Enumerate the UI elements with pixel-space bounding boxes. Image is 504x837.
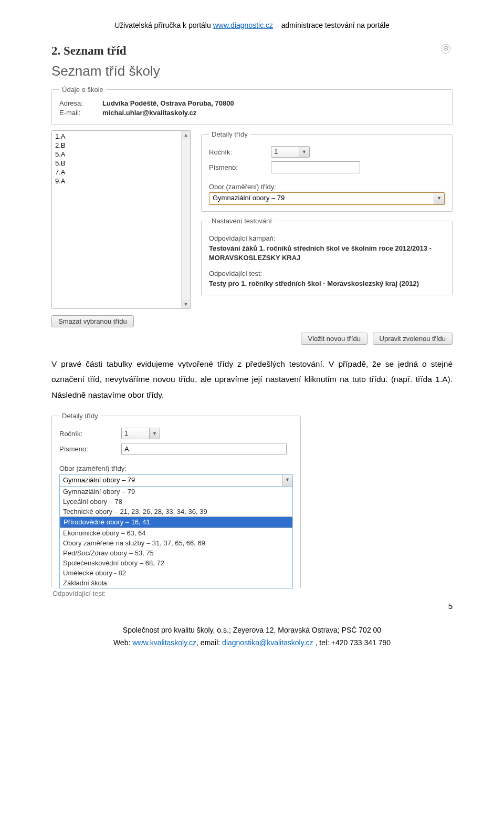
email-value: michal.uhlar@kvalitaskoly.cz bbox=[102, 109, 196, 117]
branch-select-value-2: Gymnaziální obory – 79 bbox=[63, 476, 135, 484]
letter-label: Písmeno: bbox=[209, 163, 271, 171]
class-listbox[interactable]: 1.A 2.B 5.A 5.B 7.A 9.A ▲ ▼ bbox=[51, 130, 191, 309]
chevron-down-icon: ▼ bbox=[434, 193, 444, 204]
header-suffix: – administrace testování na portále bbox=[273, 21, 390, 29]
collapse-icon[interactable]: ⊝ bbox=[441, 44, 450, 54]
grade-select-value: 1 bbox=[274, 148, 278, 156]
list-item[interactable]: 5.A bbox=[54, 150, 181, 159]
screenshot-class-list: Seznam tříd školy ⊝ Údaje o škole Adresa… bbox=[51, 63, 453, 345]
branch-select[interactable]: Gymnaziální obory – 79 ▼ bbox=[209, 192, 445, 205]
dropdown-option[interactable]: Ped/Soc/Zdrav obory – 53, 75 bbox=[60, 548, 292, 558]
list-item[interactable]: 9.A bbox=[54, 177, 181, 185]
footer-web-link[interactable]: www.kvalitaskoly.cz bbox=[132, 638, 196, 647]
dropdown-option[interactable]: Technické obory – 21, 23, 26, 28, 33, 34… bbox=[60, 507, 292, 516]
branch-label-2: Obor (zaměření) třídy: bbox=[59, 464, 293, 472]
dropdown-option[interactable]: Obory zaměřené na služby – 31, 37, 65, 6… bbox=[60, 538, 292, 548]
delete-class-button[interactable]: Smazat vybranou třídu bbox=[51, 315, 134, 327]
class-details-fieldset-2: Detaily třídy Ročník: 1 ▼ Písmeno: Obor … bbox=[51, 412, 301, 588]
page-number: 5 bbox=[51, 602, 453, 611]
class-details-legend: Detaily třídy bbox=[209, 130, 250, 138]
footer-email-link[interactable]: diagnostika@kvalitaskoly.cz bbox=[222, 638, 313, 647]
edit-class-button[interactable]: Upravit zvolenou třídu bbox=[373, 333, 453, 345]
footer-web-prefix: Web: bbox=[113, 638, 132, 647]
testing-settings-legend: Nastavení testování bbox=[209, 217, 275, 225]
grade-select[interactable]: 1 ▼ bbox=[271, 146, 310, 158]
school-info-fieldset: Údaje o škole Adresa: Ludvíka Podéště, O… bbox=[51, 86, 453, 125]
branch-label: Obor (zaměření) třídy: bbox=[209, 183, 445, 191]
letter-input[interactable] bbox=[271, 161, 360, 173]
address-label: Adresa: bbox=[59, 99, 102, 107]
branch-dropdown-open: Gymnaziální obory – 79 ▼ Gymnaziální obo… bbox=[59, 474, 293, 588]
dropdown-option[interactable]: Lyceální obory – 78 bbox=[60, 497, 292, 507]
test-value: Testy pro 1. ročníky středních škol - Mo… bbox=[209, 279, 445, 288]
body-paragraph: V pravé části tabulky evidujeme vytvořen… bbox=[51, 356, 453, 402]
class-details-legend-2: Detaily třídy bbox=[59, 412, 101, 420]
chevron-down-icon: ▼ bbox=[149, 428, 160, 439]
address-value: Ludvíka Podéště, Ostrava Poruba, 70800 bbox=[102, 99, 234, 107]
school-info-legend: Údaje o škole bbox=[59, 86, 106, 94]
dropdown-option[interactable]: Základní škola bbox=[60, 578, 292, 588]
dropdown-option[interactable]: Ekonomické obory – 63, 64 bbox=[60, 528, 292, 538]
grade-select-value-2: 1 bbox=[124, 429, 128, 437]
header-prefix: Uživatelská příručka k portálu bbox=[114, 21, 213, 29]
insert-class-button[interactable]: Vložit novou třídu bbox=[301, 333, 367, 345]
dropdown-option[interactable]: Gymnaziální obory – 79 bbox=[60, 487, 292, 497]
page-header: Uživatelská příručka k portálu www.diagn… bbox=[51, 21, 453, 29]
letter-label-2: Písmeno: bbox=[59, 445, 121, 453]
list-item[interactable]: 2.B bbox=[54, 141, 181, 150]
list-item[interactable]: 7.A bbox=[54, 168, 181, 177]
footer-line-2: Web: www.kvalitaskoly.cz, email: diagnos… bbox=[51, 637, 453, 649]
testing-settings-fieldset: Nastavení testování Odpovídající kampaň:… bbox=[201, 217, 453, 295]
list-item[interactable]: 5.B bbox=[54, 159, 181, 168]
header-link[interactable]: www.diagnostic.cz bbox=[213, 21, 273, 29]
branch-select-value: Gymnaziální obory – 79 bbox=[213, 194, 285, 202]
campaign-value: Testování žáků 1. ročníků středních škol… bbox=[209, 244, 445, 262]
section-heading: 2. Seznam tříd bbox=[51, 44, 453, 58]
panel-title: Seznam tříd školy bbox=[51, 63, 453, 79]
cutoff-label: Odpovídající test: bbox=[52, 590, 301, 597]
dropdown-option[interactable]: Umělecké obory - 82 bbox=[60, 568, 292, 578]
chevron-down-icon: ▼ bbox=[282, 475, 292, 486]
list-item[interactable]: 1.A bbox=[54, 132, 181, 141]
branch-select-2[interactable]: Gymnaziální obory – 79 ▼ bbox=[59, 474, 293, 487]
listbox-scrollbar[interactable]: ▲ ▼ bbox=[181, 131, 190, 308]
grade-label-2: Ročník: bbox=[59, 430, 121, 438]
footer-line-1: Společnost pro kvalitu školy, o.s.; Zeye… bbox=[51, 624, 453, 637]
branch-dropdown-list: Gymnaziální obory – 79Lyceální obory – 7… bbox=[59, 487, 293, 588]
campaign-label: Odpovídající kampaň: bbox=[209, 234, 445, 242]
page-footer: Společnost pro kvalitu školy, o.s.; Zeye… bbox=[51, 624, 453, 649]
footer-mid: , email: bbox=[196, 638, 222, 647]
grade-select-2[interactable]: 1 ▼ bbox=[121, 428, 160, 439]
footer-suffix: , tel: +420 733 341 790 bbox=[313, 638, 391, 647]
scroll-down-icon[interactable]: ▼ bbox=[182, 300, 190, 308]
email-label: E-mail: bbox=[59, 109, 102, 117]
dropdown-option[interactable]: Společenskovědní obory – 68, 72 bbox=[60, 558, 292, 568]
letter-input-2[interactable] bbox=[121, 443, 287, 455]
screenshot-class-details-dropdown: Detaily třídy Ročník: 1 ▼ Písmeno: Obor … bbox=[51, 412, 301, 597]
grade-label: Ročník: bbox=[209, 148, 271, 156]
chevron-down-icon: ▼ bbox=[299, 147, 309, 157]
scroll-up-icon[interactable]: ▲ bbox=[182, 131, 190, 139]
test-label: Odpovídající test: bbox=[209, 270, 445, 277]
dropdown-option[interactable]: Přírodovědné obory – 16, 41 bbox=[60, 516, 292, 528]
class-details-fieldset: Detaily třídy Ročník: 1 ▼ Písmeno: Obor … bbox=[201, 130, 453, 212]
